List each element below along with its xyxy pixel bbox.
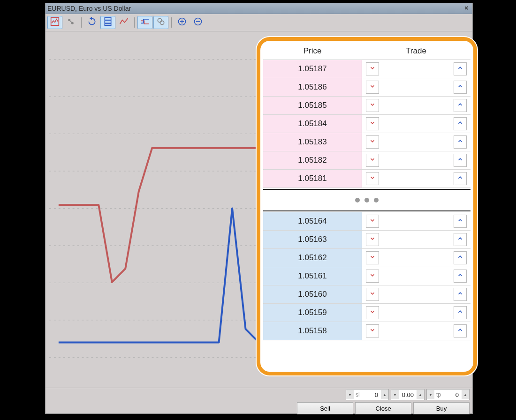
sell-at-price-button[interactable] — [366, 62, 379, 75]
dom-row-ask: 1.05184 — [263, 115, 470, 133]
trade-cell — [362, 304, 470, 322]
volume-spinner[interactable]: ▼ 0.00 ▲ — [391, 389, 425, 400]
chevron-up-icon[interactable]: ▲ — [417, 390, 424, 399]
chevron-down-icon — [369, 254, 376, 262]
chevron-down-icon — [369, 101, 376, 110]
circle-tool-icon — [156, 17, 166, 28]
dom-row-ask: 1.05181 — [263, 170, 470, 188]
chevron-down-icon — [369, 308, 376, 317]
buy-at-price-button[interactable] — [454, 324, 467, 338]
chevron-up-icon — [457, 308, 463, 317]
price-column-header: Price — [263, 46, 362, 56]
tick-chart-icon — [50, 17, 60, 28]
dom-row-bid: 1.05164 — [263, 212, 470, 231]
zoom-in-icon — [177, 17, 187, 28]
volume-value: 0.00 — [399, 391, 417, 398]
price-cell: 1.05186 — [263, 78, 362, 96]
tick-chart-button[interactable] — [47, 16, 62, 29]
dom-row-ask: 1.05185 — [263, 97, 470, 115]
buy-at-price-button[interactable] — [454, 117, 467, 130]
buy-at-price-button[interactable] — [454, 215, 467, 228]
buy-at-price-button[interactable] — [454, 172, 467, 185]
circle-tool-button[interactable] — [153, 16, 168, 29]
sell-at-price-button[interactable] — [366, 135, 379, 149]
chevron-down-icon — [369, 272, 376, 280]
sell-at-price-button[interactable] — [366, 233, 379, 246]
sell-button[interactable]: Sell — [297, 402, 353, 414]
dom-header: Price Trade — [263, 43, 470, 60]
price-cell: 1.05164 — [263, 212, 362, 230]
price-cell: 1.05184 — [263, 115, 362, 133]
chevron-down-icon[interactable]: ▼ — [427, 390, 434, 399]
close-button[interactable]: Close — [355, 402, 411, 414]
chevron-up-icon — [457, 101, 463, 110]
buy-at-price-button[interactable] — [454, 99, 467, 112]
action-row: Sell Close Buy — [46, 401, 472, 415]
chevron-up-icon — [457, 65, 463, 73]
buy-at-price-button[interactable] — [454, 62, 467, 75]
depth-tool-button[interactable] — [100, 16, 115, 29]
chevron-down-icon — [369, 327, 376, 335]
trade-cell — [362, 151, 470, 169]
chevron-down-icon — [369, 156, 376, 165]
close-icon[interactable]: × — [462, 5, 470, 12]
chevron-up-icon[interactable]: ▲ — [462, 390, 469, 399]
dom-row-bid: 1.05163 — [263, 231, 470, 249]
sell-at-price-button[interactable] — [366, 172, 379, 185]
toolbar-separator — [81, 17, 82, 28]
sell-at-price-button[interactable] — [366, 288, 379, 301]
buy-at-price-button[interactable] — [454, 270, 467, 283]
chevron-up-icon[interactable]: ▲ — [381, 390, 388, 399]
buy-at-price-button[interactable] — [454, 306, 467, 319]
chevron-down-icon — [369, 65, 376, 73]
spinner-row: ▼ sl 0 ▲ ▼ 0.00 ▲ ▼ tp 0 ▲ — [46, 388, 472, 401]
price-cell: 1.05185 — [263, 97, 362, 114]
line-tool-button[interactable] — [137, 16, 152, 29]
dom-row-ask: 1.05187 — [263, 60, 470, 78]
toolbar — [46, 14, 472, 31]
buy-at-price-button[interactable] — [454, 233, 467, 246]
chevron-up-icon — [457, 120, 463, 128]
buy-at-price-button[interactable] — [454, 251, 467, 264]
symbol-tool-button[interactable] — [63, 16, 78, 29]
toolbar-separator — [171, 17, 172, 28]
dom-row-bid: 1.05162 — [263, 249, 470, 267]
sell-at-price-button[interactable] — [366, 251, 379, 264]
chevron-down-icon — [369, 138, 376, 146]
sell-at-price-button[interactable] — [366, 215, 379, 228]
price-cell: 1.05162 — [263, 249, 362, 267]
buy-at-price-button[interactable] — [454, 81, 467, 94]
chevron-down-icon[interactable]: ▼ — [346, 390, 354, 399]
refresh-tool-button[interactable] — [84, 16, 99, 29]
chevron-up-icon — [457, 156, 463, 165]
sl-spinner[interactable]: ▼ sl 0 ▲ — [346, 389, 389, 400]
depth-tool-icon — [103, 17, 113, 28]
sell-at-price-button[interactable] — [366, 99, 379, 112]
line-tool-icon — [140, 17, 150, 28]
dom-row-ask: 1.05182 — [263, 151, 470, 170]
chevron-down-icon[interactable]: ▼ — [391, 390, 399, 399]
price-cell: 1.05163 — [263, 231, 362, 248]
buy-at-price-button[interactable] — [454, 135, 467, 149]
sell-at-price-button[interactable] — [366, 270, 379, 283]
buy-at-price-button[interactable] — [454, 154, 467, 167]
sell-at-price-button[interactable] — [366, 324, 379, 338]
sell-at-price-button[interactable] — [366, 306, 379, 319]
buy-at-price-button[interactable] — [454, 288, 467, 301]
chevron-down-icon — [369, 83, 376, 91]
chevron-down-icon — [369, 290, 376, 299]
chevron-down-icon — [369, 217, 376, 225]
trade-cell — [362, 133, 470, 151]
buy-button[interactable]: Buy — [413, 402, 470, 414]
tp-spinner[interactable]: ▼ tp 0 ▲ — [426, 389, 470, 400]
tp-label: tp — [434, 391, 444, 398]
dot-icon — [355, 198, 360, 202]
chevron-up-icon — [457, 327, 463, 335]
zoom-out-button[interactable] — [190, 16, 205, 29]
zoom-in-button[interactable] — [175, 16, 190, 29]
sl-value: 0 — [363, 391, 381, 398]
sell-at-price-button[interactable] — [366, 81, 379, 94]
indicator-tool-button[interactable] — [116, 16, 131, 29]
sell-at-price-button[interactable] — [366, 154, 379, 167]
sell-at-price-button[interactable] — [366, 117, 379, 130]
